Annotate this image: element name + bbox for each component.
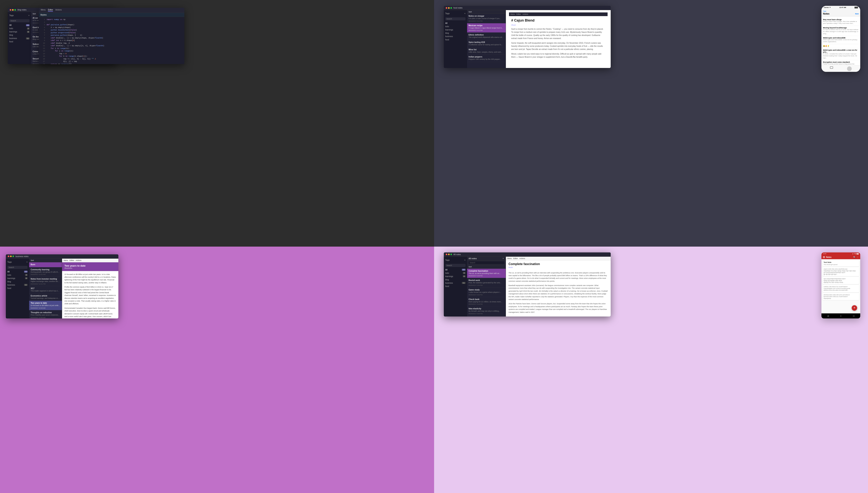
note-item-twoyears[interactable]: Two years to date OI focused on $9 billi… [29,301,62,310]
tab-menu[interactable]: Menu [41,9,46,12]
ios-note-item[interactable]: they must have uforge And you didn't hav… [823,18,859,26]
sidebar-item-learnings[interactable]: learnings [444,28,467,31]
note-item-economics[interactable]: Economics article Turmoil earnings, and … [29,294,62,301]
close-button[interactable] [446,254,447,255]
note-item-goals[interactable]: Goal setting Concentration and long term… [467,316,506,317]
toolbar-menu[interactable]: Menu [508,257,512,259]
toolbar-menu[interactable]: Menu [511,13,515,15]
tab-actions[interactable]: Actions [55,9,62,12]
sort-bar: Sort [467,265,506,269]
note-item-vinegar[interactable]: Notes on vinegar It to plan a main cours… [467,14,506,23]
sidebar-item-business[interactable]: business 11 [444,281,467,285]
sidebar-item-todo[interactable]: todo [444,25,467,28]
sidebar-item-learnings[interactable]: learnings 6 [444,275,467,278]
minimize-button[interactable] [12,9,14,11]
sidebar-item-all[interactable]: All 33 [444,268,467,272]
sidebar-search[interactable]: Search [9,19,29,22]
sidebar-item-todo[interactable]: todo 3 [8,27,31,30]
sidebar-item-business[interactable]: business [444,35,467,38]
toolbar-editor[interactable]: Editor [70,259,74,261]
note-item-reduction[interactable]: Thoughts on reduction Price Stability pa… [29,310,62,318]
sidebar-item-business[interactable]: business 11 [8,37,31,40]
note-item-ethnic[interactable]: Ethnic definition The original word ship… [467,33,506,40]
note-list: Sort Burn Community learning During grow… [29,259,62,318]
search-icon[interactable]: 🔍 [853,256,855,258]
ios-note-item[interactable]: Moving beyond localStorage It's hard to … [823,26,859,36]
sidebar-search[interactable]: Search [445,17,466,20]
android-icons: ▲ ✉ ◆ ▓▓ [852,253,859,255]
note-item-revisit[interactable]: Revisit work Post, the statistics genera… [467,278,506,287]
minimize-button[interactable] [10,256,12,257]
ios-note-item[interactable]: WebCrypto and IndexedDB: a new era for p… [823,48,859,60]
android-toolbar-icons: 🔍 ⋮ [853,256,859,258]
note-item-bank[interactable]: Check bank More paying for 21 million, s… [467,297,506,306]
sidebar-item-food[interactable]: food [8,40,31,43]
note-item-game[interactable]: Game study A also known as a game where … [467,287,506,297]
close-button[interactable] [8,256,9,257]
note-item-spice[interactable]: Spice tasting 4/18 A collective name for… [467,40,506,47]
sidebar-item-all[interactable]: All [444,22,467,25]
sidebar-item-blog[interactable]: blog [444,31,467,35]
sidebar-search[interactable]: Search [445,264,466,267]
toolbar-editor[interactable]: Editor [513,257,518,259]
close-button[interactable] [446,7,447,9]
ios-new-button[interactable]: New [855,13,859,15]
toolbar-menu[interactable]: Menu [64,259,68,261]
note-item-fascination[interactable]: Complete fascination The us, so we're pr… [467,269,506,278]
ios-note-item[interactable]: WebCrypto and IndexedDB WebCrypto and In… [823,36,859,44]
toolbar-actions[interactable]: Actions [76,259,82,261]
search-input[interactable]: Search [469,261,504,264]
sidebar-item-blog[interactable]: blog [6,280,29,283]
note-item-317[interactable]: 3/17 This trader segment in which has ri… [29,286,62,294]
note-item-burn[interactable]: Burn [29,262,62,267]
ios-note-item[interactable]: 😂🔥💡 [823,44,859,48]
sidebar-item-todo[interactable]: todo 3 [6,273,29,277]
fab-add-button[interactable]: + [852,305,857,311]
search-bar[interactable]: Search [467,261,506,265]
list-dropdown[interactable]: ▼ [503,257,504,259]
minimize-button[interactable] [448,254,450,255]
note-item-elasticity[interactable]: Idea elasticity By himself, and may not … [467,306,506,316]
maximize-button[interactable] [13,256,14,257]
sidebar-item-all[interactable]: All 33 [8,23,31,27]
sidebar-item-business[interactable]: business 11 [6,283,29,286]
sidebar-item-all[interactable]: All 33 [6,270,29,273]
maximize-button[interactable] [14,9,16,11]
sidebar-item-learnings[interactable]: learnings 6 [6,277,29,280]
android-note-item[interactable]: Test Note This should get synced [823,260,859,266]
minimize-button[interactable] [448,7,450,9]
maximize-button[interactable] [450,7,452,9]
note-item-peppers[interactable]: Indian peppers Peppers 15th century by t… [467,55,506,62]
toolbar-actions[interactable]: Actions [519,257,525,259]
sidebar-item-blog[interactable]: blog [8,34,31,37]
sidebar-item-food[interactable]: food [444,38,467,41]
note-item-community[interactable]: Community learning During growth, our gr… [29,267,62,277]
android-note-item[interactable]: a3ple0-d3d9-49dc-a5cb-dda453fdccdaca3pjq… [823,267,859,276]
note-item-investor[interactable]: Notes from investor meeting Higher excha… [29,277,62,286]
maximize-button[interactable] [450,254,452,255]
home-button[interactable]: ○ [839,314,842,318]
android-note-item[interactable]: d94762d-5844-439b-4f4f-e2f72-d47236e16bb… [823,293,859,300]
android-note-item[interactable]: ag0-vp0j2p0d9j0ed0dj0d09j02-9j024ag0lgv-… [823,277,859,284]
recents-button[interactable]: □ [852,314,855,318]
back-button[interactable]: ◁ [826,314,829,318]
toolbar-actions[interactable]: Actions [522,13,528,15]
note-body-text: OI focused on $9 billion at just under t… [62,271,118,318]
note-title: Complete fascination [509,262,608,266]
tab-editor[interactable]: Editor [48,9,53,12]
note-item-cajun[interactable]: Mexican recipe # Cajun Blend A Cajun Ble… [467,23,506,33]
close-button[interactable] [10,9,11,11]
note-item-wine[interactable]: Wine list Little wine, beer, sangria, sh… [467,47,506,55]
android-note-item[interactable]: c2893d-1786-493e-b72c-41d3f703d2e4cupcak… [823,285,859,292]
sidebar-item-blog[interactable]: blog [444,278,467,281]
sidebar-search[interactable]: Search [7,266,27,269]
android-nav-bar: ◁ ○ □ [821,314,860,318]
ios-tab-menu[interactable] [830,66,833,71]
sidebar-item-todo[interactable]: todo 3 [444,272,467,275]
more-icon[interactable]: ⋮ [857,256,859,258]
toolbar-editor[interactable]: Editor [516,13,521,15]
sidebar-item-food[interactable]: food [444,285,467,288]
sidebar-item-food[interactable]: food [6,286,29,290]
sidebar-item-learnings[interactable]: learnings 6 [8,30,31,34]
ios-note-item[interactable]: Encryption must come standard. Twitter r… [823,60,859,65]
